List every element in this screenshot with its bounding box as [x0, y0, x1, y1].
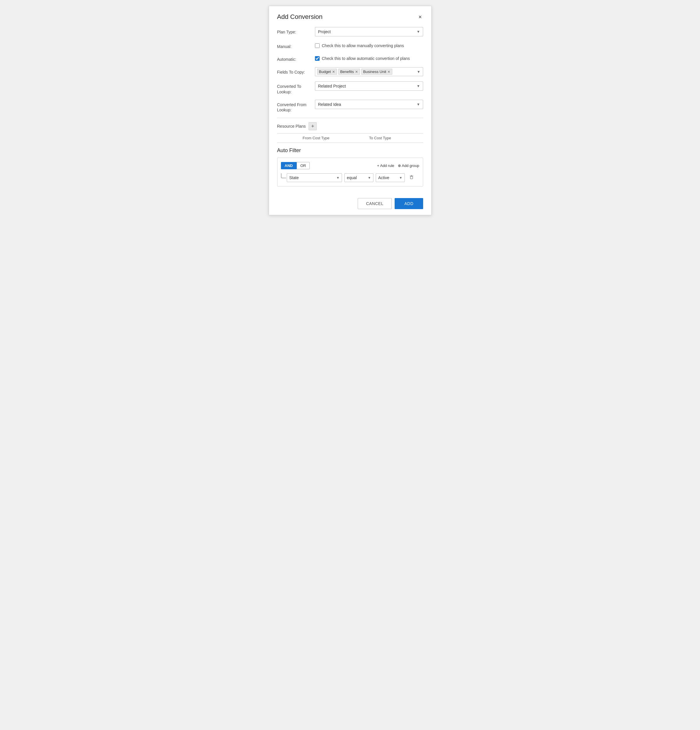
automatic-label: Automatic:: [277, 54, 315, 62]
trash-icon: [409, 175, 414, 180]
active-select-wrapper: Active Inactive ▼: [376, 173, 405, 182]
resource-plans-label: Resource Plans: [277, 124, 306, 128]
svg-rect-0: [410, 177, 413, 179]
converted-from-lookup-label: Converted From Lookup:: [277, 100, 315, 112]
filter-header: AND OR + Add rule ⊕ Add group: [281, 162, 419, 169]
cost-table-col-to: To Cost Type: [367, 133, 423, 143]
delete-rule-button[interactable]: [407, 174, 416, 182]
automatic-checkbox[interactable]: [315, 56, 319, 61]
filter-rule-row: State Priority Status ▼ equal not equal …: [281, 173, 419, 182]
fields-to-copy-label: Fields To Copy:: [277, 67, 315, 75]
close-button[interactable]: ×: [417, 14, 423, 20]
auto-filter-title: Auto Filter: [277, 147, 423, 153]
plan-type-label: Plan Type:: [277, 27, 315, 35]
converted-to-lookup-label: Converted To Lookup:: [277, 82, 315, 94]
dialog-title: Add Conversion: [277, 13, 323, 20]
fields-to-copy-row: Fields To Copy: Budget ✕ Benefits ✕ Busi…: [277, 67, 423, 76]
resource-plans-row: Resource Plans +: [277, 122, 423, 130]
converted-to-lookup-select-wrapper: Related Project ▼: [315, 82, 423, 91]
manual-checkbox[interactable]: [315, 43, 319, 48]
equal-select-wrapper: equal not equal contains ▼: [344, 173, 373, 182]
state-select[interactable]: State Priority Status: [287, 173, 342, 182]
converted-from-lookup-select-wrapper: Related Idea ▼: [315, 100, 423, 109]
resource-plans-add-button[interactable]: +: [309, 122, 317, 130]
divider-1: [277, 118, 423, 118]
filter-box: AND OR + Add rule ⊕ Add group: [277, 158, 423, 187]
manual-checkbox-row: Check this to allow manually converting …: [315, 42, 423, 48]
automatic-control: Check this to allow automatic convertion…: [315, 54, 423, 61]
remove-benefits-icon[interactable]: ✕: [355, 70, 358, 74]
filter-actions: + Add rule ⊕ Add group: [377, 164, 419, 168]
add-group-button[interactable]: ⊕ Add group: [398, 164, 419, 168]
state-select-wrapper: State Priority Status ▼: [287, 173, 342, 182]
or-button[interactable]: OR: [297, 162, 310, 169]
equal-select[interactable]: equal not equal contains: [344, 173, 373, 182]
manual-row: Manual: Check this to allow manually con…: [277, 42, 423, 49]
automatic-description: Check this to allow automatic convertion…: [322, 56, 410, 61]
converted-from-lookup-row: Converted From Lookup: Related Idea ▼: [277, 100, 423, 112]
remove-budget-icon[interactable]: ✕: [332, 70, 335, 74]
active-select[interactable]: Active Inactive: [376, 173, 405, 182]
tag-budget: Budget ✕: [317, 69, 337, 75]
add-group-icon: ⊕: [398, 164, 401, 168]
remove-business-unit-icon[interactable]: ✕: [387, 70, 390, 74]
cost-table-col-from: From Cost Type: [300, 133, 367, 143]
converted-to-lookup-row: Converted To Lookup: Related Project ▼: [277, 82, 423, 94]
add-conversion-dialog: Add Conversion × Plan Type: Project Idea…: [269, 6, 432, 215]
manual-label: Manual:: [277, 42, 315, 49]
fields-to-copy-control: Budget ✕ Benefits ✕ Business Unit ✕ ▼: [315, 67, 423, 76]
manual-control: Check this to allow manually converting …: [315, 42, 423, 48]
fields-to-copy-tags[interactable]: Budget ✕ Benefits ✕ Business Unit ✕ ▼: [315, 67, 423, 76]
auto-filter-section: Auto Filter AND OR + Add rule ⊕ Add grou…: [277, 147, 423, 187]
cost-table-header-row: From Cost Type To Cost Type: [277, 133, 423, 143]
plan-type-row: Plan Type: Project Idea Program ▼: [277, 27, 423, 36]
plan-type-control: Project Idea Program ▼: [315, 27, 423, 36]
dialog-header: Add Conversion ×: [277, 13, 423, 20]
converted-from-lookup-select[interactable]: Related Idea: [315, 100, 423, 109]
tag-benefits: Benefits ✕: [338, 69, 360, 75]
plan-type-select-wrapper: Project Idea Program ▼: [315, 27, 423, 36]
cost-table: From Cost Type To Cost Type: [277, 133, 423, 143]
cancel-button[interactable]: CANCEL: [358, 198, 392, 209]
converted-to-lookup-control: Related Project ▼: [315, 82, 423, 91]
tag-business-unit: Business Unit ✕: [361, 69, 392, 75]
automatic-row: Automatic: Check this to allow automatic…: [277, 54, 423, 62]
fields-to-copy-arrow-icon: ▼: [417, 70, 420, 74]
manual-description: Check this to allow manually converting …: [322, 43, 404, 48]
add-rule-label: + Add rule: [377, 164, 394, 168]
add-button[interactable]: ADD: [395, 198, 423, 209]
plan-type-select[interactable]: Project Idea Program: [315, 27, 423, 36]
cost-table-col-empty: [277, 133, 300, 143]
converted-from-lookup-control: Related Idea ▼: [315, 100, 423, 109]
automatic-checkbox-row: Check this to allow automatic convertion…: [315, 54, 423, 61]
add-rule-button[interactable]: + Add rule: [377, 164, 394, 168]
and-button[interactable]: AND: [281, 162, 297, 169]
dialog-footer: CANCEL ADD: [277, 198, 423, 209]
converted-to-lookup-select[interactable]: Related Project: [315, 82, 423, 91]
and-or-group: AND OR: [281, 162, 310, 169]
add-group-label: Add group: [402, 164, 419, 168]
